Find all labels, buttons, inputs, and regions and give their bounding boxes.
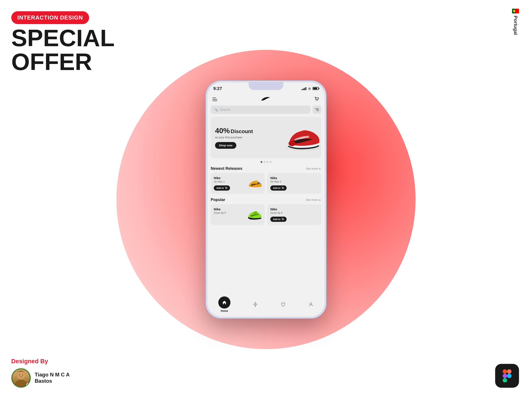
filter-line-1 <box>315 108 319 109</box>
svg-rect-16 <box>503 369 507 374</box>
wifi-icon: ⊛ <box>308 87 311 91</box>
newest-releases-see-more[interactable]: See more ► <box>306 167 321 170</box>
designer-card: Tiago N M C A Bastos <box>11 368 70 388</box>
newest-releases-title: Newest Releases <box>211 166 242 171</box>
product-card-airmax-2: Nike Air Max 1 Add to <box>267 173 321 194</box>
product-card-airmax-1: Nike Air Max 1 Add to <box>211 173 265 194</box>
popular-row: Nike Zoom fly 5 <box>207 204 325 225</box>
svg-point-0 <box>316 100 317 101</box>
nav-home-label: Home <box>221 310 228 312</box>
product-card-zoomfly-1: Nike Zoom fly 5 <box>211 204 265 225</box>
filter-line-3 <box>317 111 319 111</box>
filter-line-2 <box>316 109 319 110</box>
profile-icon <box>308 302 314 307</box>
add-to-cart-button-1[interactable]: Add to <box>214 185 230 191</box>
add-to-cart-button-2[interactable]: Add to <box>270 185 287 191</box>
svg-rect-18 <box>503 374 507 378</box>
phone-notch <box>249 82 283 90</box>
svg-point-11 <box>283 220 284 220</box>
battery-icon <box>313 87 319 90</box>
nav-home[interactable]: Home <box>218 297 230 312</box>
hamburger-line-1 <box>212 98 216 98</box>
signal-bars-icon <box>302 87 306 90</box>
hamburger-line-2 <box>212 99 217 100</box>
filter-icon <box>315 108 319 111</box>
dot-1 <box>260 161 262 163</box>
hamburger-menu-button[interactable] <box>212 98 217 101</box>
product-brand-2: Nike <box>270 176 318 180</box>
phone-mockup: 9:27 ⊛ <box>205 80 327 319</box>
product-shoe-image-1 <box>246 177 263 189</box>
figma-icon <box>495 364 519 388</box>
svg-point-14 <box>19 374 20 375</box>
dot-3 <box>267 161 268 163</box>
phone-screen: 9:27 ⊛ <box>207 82 325 317</box>
search-icon: 🔍 <box>214 108 218 111</box>
home-icon <box>218 297 230 309</box>
battery-fill <box>313 88 317 89</box>
svg-point-12 <box>310 303 312 304</box>
svg-point-1 <box>317 100 318 101</box>
svg-point-15 <box>22 374 23 375</box>
popular-see-more[interactable]: See more ► <box>306 198 321 202</box>
newest-releases-header: Newest Releases See more ► <box>207 166 325 171</box>
product-name-4: Zoom fly 5 <box>270 211 318 215</box>
country-label: Portugal <box>512 9 519 35</box>
product-shoe-image-2 <box>246 209 263 221</box>
signal-bar-3 <box>304 88 305 90</box>
nav-explore[interactable] <box>253 302 258 307</box>
popular-header: Popular See more ► <box>207 197 325 202</box>
svg-point-7 <box>282 189 283 189</box>
svg-point-8 <box>283 189 284 189</box>
shop-now-button[interactable]: Shop now <box>215 142 236 149</box>
svg-rect-17 <box>507 369 511 374</box>
dot-4 <box>270 161 272 163</box>
hamburger-line-3 <box>212 101 217 101</box>
designed-by-section: Designed By Tiago N M C A Bastos <box>11 358 70 388</box>
promo-banner: 40% Discount on your first purchase Shop… <box>211 117 321 158</box>
newest-releases-row: Nike Air Max 1 Add to <box>207 173 325 194</box>
product-name-2: Air Max 1 <box>270 180 318 183</box>
signal-bar-2 <box>303 89 304 90</box>
svg-point-20 <box>507 374 511 378</box>
designer-name: Tiago N M C A Bastos <box>35 372 70 384</box>
banner-text: 40% Discount on your first purchase Shop… <box>211 122 321 153</box>
nav-profile[interactable] <box>308 302 314 307</box>
hero-title: SPECIAL OFFER <box>11 26 115 74</box>
popular-title: Popular <box>211 197 225 202</box>
favorites-icon <box>280 302 286 307</box>
svg-rect-19 <box>503 378 507 382</box>
interaction-badge: INTERACTION DESIGN <box>11 11 89 24</box>
dot-2 <box>264 161 265 163</box>
designer-avatar <box>11 368 31 388</box>
designed-by-label: Designed By <box>11 358 70 365</box>
app-content: 🔍 Search 40% <box>207 93 325 317</box>
top-nav <box>207 93 325 106</box>
signal-bar-1 <box>302 89 302 90</box>
status-time: 9:27 <box>213 86 222 91</box>
portugal-flag-icon <box>512 9 519 13</box>
signal-bar-4 <box>305 87 306 90</box>
discount-percent: 40% <box>215 127 230 135</box>
search-placeholder: Search <box>220 108 231 112</box>
product-brand-4: Nike <box>270 207 318 211</box>
svg-point-13 <box>17 371 25 379</box>
online-indicator <box>26 383 30 387</box>
svg-point-4 <box>226 189 226 189</box>
cart-button[interactable] <box>314 96 320 102</box>
search-bar: 🔍 Search <box>207 106 325 114</box>
phone-body: 9:27 ⊛ <box>205 80 327 319</box>
search-input[interactable]: 🔍 Search <box>211 106 310 114</box>
nav-favorites[interactable] <box>280 302 286 307</box>
svg-point-5 <box>227 189 227 189</box>
discount-label: Discount <box>231 128 253 134</box>
bottom-nav: Home <box>207 295 325 317</box>
status-icons: ⊛ <box>302 87 319 91</box>
add-to-cart-button-4[interactable]: Add to <box>270 217 287 222</box>
discount-subtitle: on your first purchase <box>215 136 317 139</box>
explore-icon <box>253 302 258 307</box>
banner-dots <box>207 161 325 163</box>
filter-button[interactable] <box>313 106 321 114</box>
nike-logo <box>260 96 271 103</box>
svg-point-10 <box>282 220 283 220</box>
